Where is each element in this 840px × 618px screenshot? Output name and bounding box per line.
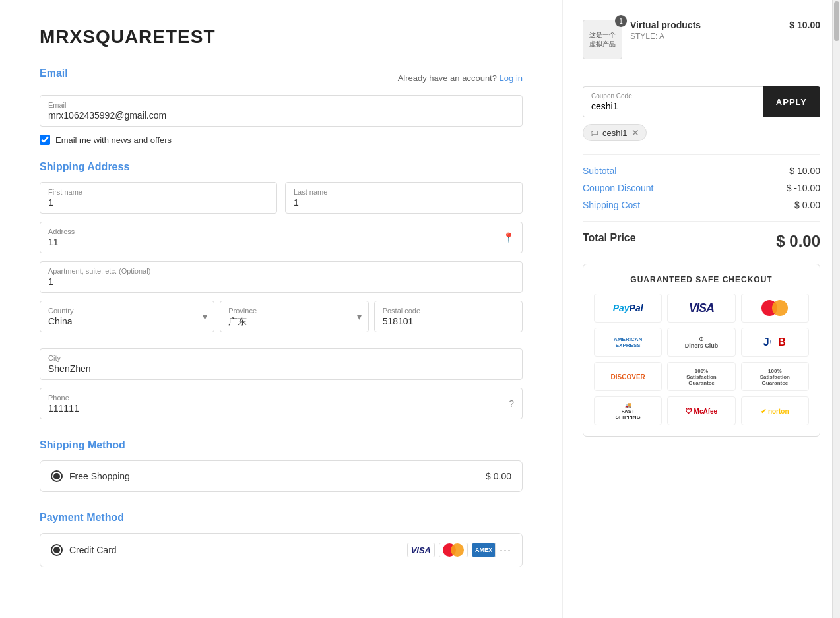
payment-method-section: Payment Method Credit Card VISA [40,512,523,567]
price-breakdown: Subtotal $ 10.00 Coupon Discount $ -10.0… [583,154,820,251]
login-link[interactable]: Log in [500,73,523,83]
tag-icon: 🏷 [590,128,598,138]
jcb-logo: JCB [741,328,809,357]
mcafee-logo: 🛡 McAfee [667,396,735,425]
apply-coupon-button[interactable]: APPLY [763,86,820,117]
total-row: Total Price $ 0.00 [583,221,820,251]
card-icons: VISA AMEX ··· [407,543,511,557]
payment-method-label: Payment Method [40,512,523,524]
shipping-cost-label: Shipping Cost [583,200,640,210]
discover-logo: DISCOVER [594,362,662,391]
amex-card-icon: AMEX [472,543,496,557]
province-select[interactable]: 广东 [228,316,360,326]
product-info: Virtual products STYLE: A [622,20,789,41]
right-panel: 1 这是一个 虚拟产品 Virtual products STYLE: A $ … [563,0,840,618]
coupon-discount-label: Coupon Discount [583,183,653,193]
scrollbar[interactable] [832,0,840,618]
diners-logo: ⊙Diners Club [667,328,735,357]
geo-icon: 📍 [503,232,514,243]
already-account-text: Already have an account? Log in [398,73,523,83]
fast-shipping-logo: 🚚FASTSHIPPING [594,396,662,425]
mastercard-icon [439,543,468,557]
total-label: Total Price [583,232,636,251]
amex-logo: AMERICANEXPRESS [594,328,662,357]
shipping-option-name: Free Shopping [69,471,130,481]
coupon-remove-button[interactable]: ✕ [631,127,639,138]
city-input[interactable] [48,363,514,374]
email-section-label: Email [40,67,68,79]
scrollbar-thumb[interactable] [834,1,839,41]
shipping-radio-free [51,470,63,482]
coupon-discount-row: Coupon Discount $ -10.00 [583,183,820,193]
phone-input[interactable] [48,403,514,414]
name-row: First name Last name [40,182,523,214]
newsletter-checkbox[interactable] [40,135,50,145]
subtotal-label: Subtotal [583,166,616,176]
country-select[interactable]: China [48,316,206,326]
province-group: Province 广东 ▾ [220,301,368,332]
store-title: MRXSQUARETEST [40,26,523,47]
mastercard-logo [741,294,809,323]
coupon-tag: 🏷 ceshi1 ✕ [583,124,647,141]
left-panel: MRXSQUARETEST Email Already have an acco… [0,0,563,618]
country-label: Country [48,307,206,315]
shipping-option-free[interactable]: Free Shopping $ 0.00 [40,460,523,492]
safe-checkout-title: GUARANTEED SAFE CHECKOUT [594,275,809,284]
apt-input[interactable] [48,276,514,287]
coupon-tag-label: ceshi1 [602,128,628,138]
phone-label: Phone [48,394,514,402]
apt-label: Apartment, suite, etc. (Optional) [48,267,514,275]
address-label: Address [48,228,514,235]
product-price: $ 10.00 [789,20,820,30]
city-label: City [48,354,514,362]
subtotal-value: $ 10.00 [789,166,820,176]
norton-logo: ✔ norton [741,396,809,425]
coupon-section: Coupon Code APPLY 🏷 ceshi1 ✕ [583,86,820,141]
payment-option-card[interactable]: Credit Card VISA AMEX ··· [40,533,523,567]
country-row: Country China ▾ Province 广东 ▾ Postal cod… [40,301,523,340]
last-name-label: Last name [294,188,514,196]
product-style: STYLE: A [630,32,781,41]
product-badge: 1 [615,15,627,27]
apt-group: Apartment, suite, etc. (Optional) [40,261,523,293]
postal-group: Postal code [374,301,523,332]
product-row: 1 这是一个 虚拟产品 Virtual products STYLE: A $ … [583,20,820,73]
shipping-method-section: Shipping Method Free Shopping $ 0.00 [40,439,523,492]
city-group: City [40,348,523,380]
first-name-input[interactable] [48,197,269,208]
satisfaction-logo: 100%SatisfactionGuarantee [667,362,735,391]
phone-group: Phone ? [40,388,523,419]
address-input[interactable] [48,237,514,247]
first-name-label: First name [48,188,269,196]
visa-card-icon: VISA [407,543,435,557]
coupon-input-wrap: Coupon Code [583,86,763,117]
payment-option-name: Credit Card [69,545,117,555]
first-name-group: First name [40,182,277,214]
payment-radio-card [51,544,63,556]
coupon-label: Coupon Code [591,92,755,100]
last-name-input[interactable] [294,197,514,208]
email-label: Email [48,101,514,109]
shipping-cost-value: $ 0.00 [794,200,820,210]
coupon-input-row: Coupon Code APPLY [583,86,820,117]
satisfaction-logo-2: 100%SatisfactionGuarantee [741,362,809,391]
address-group: Address 📍 [40,222,523,253]
last-name-group: Last name [285,182,523,214]
safe-checkout-section: GUARANTEED SAFE CHECKOUT PayPal VISA AME… [583,264,820,437]
shipping-method-label: Shipping Method [40,439,523,451]
payment-logos-grid: PayPal VISA AMERICANEXPRESS ⊙Diners Club [594,294,809,425]
email-input[interactable] [48,110,514,121]
email-input-group: Email [40,95,523,127]
paypal-logo: PayPal [594,294,662,323]
product-thumbnail: 1 这是一个 虚拟产品 [583,20,622,59]
country-group: Country China ▾ [40,301,214,332]
postal-input[interactable] [383,316,514,326]
total-value: $ 0.00 [776,232,820,251]
help-icon: ? [509,398,514,409]
email-section-header: Email Already have an account? Log in [40,67,523,88]
visa-logo: VISA [667,294,735,323]
product-name: Virtual products [630,20,781,30]
coupon-input[interactable] [591,101,755,111]
shipping-address-label: Shipping Address [40,161,523,173]
subtotal-row: Subtotal $ 10.00 [583,166,820,176]
